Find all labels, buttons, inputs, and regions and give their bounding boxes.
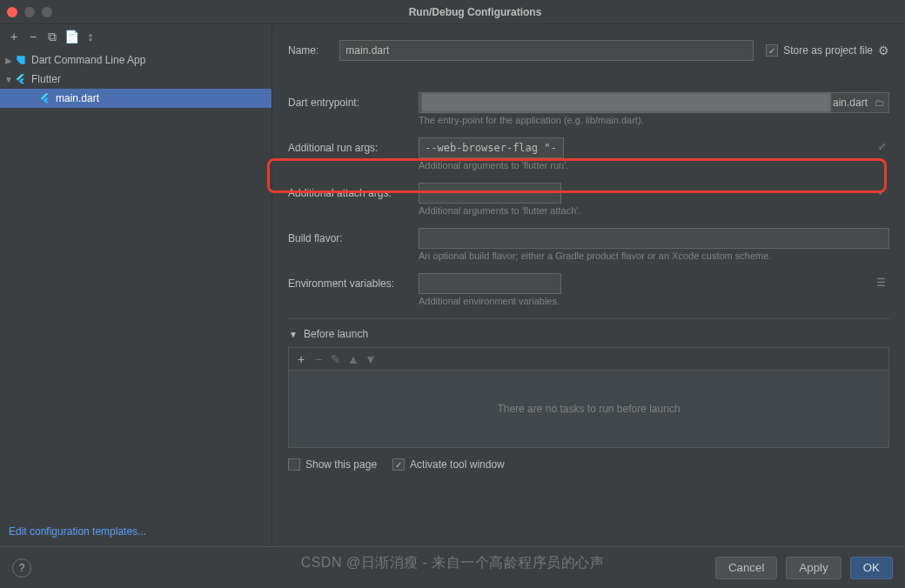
tree-group-flutter[interactable]: ▼ Flutter xyxy=(0,70,272,89)
attach-args-label: Additional attach args: xyxy=(288,187,419,199)
edit-task-icon: ✎ xyxy=(329,352,343,366)
name-input[interactable] xyxy=(339,40,754,61)
store-as-project-file-checkbox[interactable] xyxy=(766,44,778,57)
tree-item-main-dart[interactable]: main.dart xyxy=(0,89,272,108)
reorder-config-icon[interactable]: ↕ xyxy=(84,30,97,43)
activate-tool-window-label: Activate tool window xyxy=(410,458,505,471)
before-launch-header[interactable]: ▼ Before launch xyxy=(288,328,889,340)
move-up-icon: ▲ xyxy=(346,352,360,366)
run-args-label: Additional run args: xyxy=(288,142,419,154)
ok-button[interactable]: OK xyxy=(850,557,893,579)
chevron-right-icon: ▶ xyxy=(3,56,14,65)
section-separator xyxy=(288,318,889,319)
before-launch-title: Before launch xyxy=(304,328,368,340)
tree-group-dart[interactable]: ▶ Dart Command Line App xyxy=(0,50,272,70)
sidebar-toolbar: + − ⧉ 📄 ↕ xyxy=(0,24,272,49)
help-button[interactable]: ? xyxy=(12,558,31,578)
blurred-path xyxy=(421,93,831,112)
config-tree: ▶ Dart Command Line App ▼ Flutter main.d… xyxy=(0,49,272,110)
browse-icon[interactable]: 🗀 xyxy=(875,97,885,109)
env-vars-label: Environment variables: xyxy=(288,277,419,290)
before-launch-toolbar: + − ✎ ▲ ▼ xyxy=(288,347,889,370)
entrypoint-help: The entry-point for the application (e.g… xyxy=(419,115,889,125)
list-icon[interactable]: ☰ xyxy=(876,277,886,289)
checkbox-icon xyxy=(392,458,405,471)
configurations-sidebar: + − ⧉ 📄 ↕ ▶ Dart Command Line App ▼ Flut… xyxy=(0,24,272,546)
dart-icon xyxy=(14,53,28,67)
chevron-down-icon: ▼ xyxy=(288,330,298,339)
run-args-input[interactable] xyxy=(419,137,564,158)
close-window-button[interactable] xyxy=(7,7,17,17)
entrypoint-input[interactable]: ain.dart 🗀 xyxy=(419,92,889,113)
name-label: Name: xyxy=(288,44,318,57)
attach-args-input[interactable] xyxy=(419,183,561,204)
traffic-lights xyxy=(7,7,52,17)
zoom-window-button[interactable] xyxy=(42,7,52,17)
env-vars-row: Environment variables: ☰ xyxy=(288,273,889,294)
flutter-icon xyxy=(14,72,28,86)
tree-group-label: Dart Command Line App xyxy=(31,54,145,66)
before-launch-section: ▼ Before launch + − ✎ ▲ ▼ There are no t… xyxy=(288,328,889,471)
config-form-panel: Name: Store as project file ⚙ Dart entry… xyxy=(272,24,905,546)
minimize-window-button[interactable] xyxy=(24,7,35,17)
add-config-icon[interactable]: + xyxy=(7,30,21,43)
build-flavor-label: Build flavor: xyxy=(288,232,419,244)
build-flavor-help: An optional build flavor; either a Gradl… xyxy=(419,251,889,261)
build-flavor-input[interactable] xyxy=(419,228,889,249)
name-row: Name: Store as project file ⚙ xyxy=(288,40,889,61)
entrypoint-row: Dart entrypoint: ain.dart 🗀 xyxy=(288,92,889,113)
gear-icon[interactable]: ⚙ xyxy=(878,43,889,57)
activate-tool-window-checkbox[interactable]: Activate tool window xyxy=(392,458,505,471)
move-down-icon: ▼ xyxy=(364,352,378,366)
env-vars-input[interactable] xyxy=(419,273,561,294)
entrypoint-label: Dart entrypoint: xyxy=(288,97,419,109)
apply-button[interactable]: Apply xyxy=(786,557,841,579)
cancel-button[interactable]: Cancel xyxy=(715,557,778,579)
save-config-icon[interactable]: 📄 xyxy=(64,30,78,43)
run-args-help: Additional arguments to 'flutter run'. xyxy=(419,160,889,170)
dialog-footer: ? Cancel Apply OK xyxy=(0,546,905,588)
attach-args-row: Additional attach args: ⤢ xyxy=(288,183,889,204)
titlebar: Run/Debug Configurations xyxy=(0,0,905,24)
expand-icon[interactable]: ⤢ xyxy=(878,141,886,152)
attach-args-help: Additional arguments to 'flutter attach'… xyxy=(419,205,889,216)
build-flavor-row: Build flavor: xyxy=(288,228,889,249)
copy-config-icon[interactable]: ⧉ xyxy=(45,30,59,43)
checkbox-icon xyxy=(288,458,300,471)
show-this-page-label: Show this page xyxy=(305,458,377,471)
window-title: Run/Debug Configurations xyxy=(52,6,898,18)
store-as-project-file-label: Store as project file xyxy=(783,44,873,57)
expand-icon[interactable]: ⤢ xyxy=(878,186,886,197)
env-vars-help: Additional environment variables. xyxy=(419,296,889,306)
before-launch-empty: There are no tasks to run before launch xyxy=(288,370,889,448)
chevron-down-icon: ▼ xyxy=(3,75,14,84)
tree-group-label: Flutter xyxy=(31,73,61,85)
run-args-row: Additional run args: ⤢ xyxy=(288,137,889,158)
remove-task-icon: − xyxy=(312,352,325,366)
tree-item-label: main.dart xyxy=(56,92,99,104)
show-this-page-checkbox[interactable]: Show this page xyxy=(288,458,377,471)
add-task-icon[interactable]: + xyxy=(294,352,308,366)
remove-config-icon[interactable]: − xyxy=(26,30,40,43)
flutter-icon xyxy=(38,91,52,105)
svg-marker-0 xyxy=(17,56,24,63)
edit-templates-link[interactable]: Edit configuration templates... xyxy=(0,517,272,546)
